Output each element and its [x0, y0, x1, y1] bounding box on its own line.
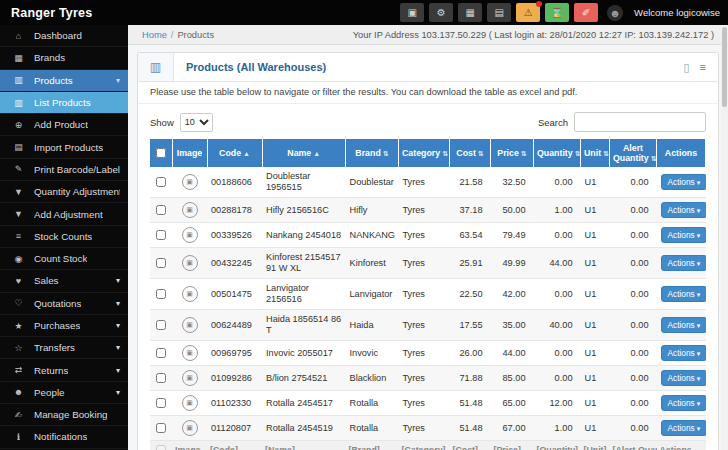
column-header-brand[interactable]: Brand⇅	[346, 139, 399, 167]
cell-unit: U1	[581, 279, 610, 310]
calculator-icon[interactable]: ▦	[458, 3, 482, 22]
search-input[interactable]	[574, 112, 706, 132]
product-image-placeholder-icon[interactable]: ▣	[182, 202, 198, 218]
row-checkbox[interactable]	[156, 258, 166, 268]
sidebar-item-returns[interactable]: ⇄Returns▾	[0, 359, 128, 381]
sidebar-item-label: Manage Booking	[34, 409, 108, 420]
actions-button[interactable]: Actions▾	[661, 202, 706, 218]
cell-quantity: 0.00	[534, 167, 581, 198]
sidebar-item-add-adjustment[interactable]: ▼Add Adjustment	[0, 203, 128, 225]
select-all-checkbox[interactable]	[156, 148, 166, 158]
cell-brand: Blacklion	[346, 366, 399, 391]
actions-button[interactable]: Actions▾	[661, 255, 706, 271]
row-checkbox[interactable]	[156, 373, 166, 383]
column-header-quantity[interactable]: Quantity⇅	[534, 139, 581, 167]
column-header-image[interactable]: Image	[172, 139, 207, 167]
sidebar-item-add-product[interactable]: ⊕Add Product	[0, 114, 128, 136]
row-checkbox[interactable]	[156, 398, 166, 408]
sidebar-item-import-products[interactable]: ▤Import Products	[0, 136, 128, 158]
welcome-text: Welcome logicowise	[634, 7, 720, 18]
scrollbar-thumb[interactable]	[722, 27, 727, 107]
actions-button[interactable]: Actions▾	[661, 227, 706, 243]
column-header-alert-quantity[interactable]: Alert Quantity⇅	[610, 139, 657, 167]
actions-button[interactable]: Actions▾	[661, 286, 706, 302]
product-image-placeholder-icon[interactable]: ▣	[182, 227, 198, 243]
product-image-placeholder-icon[interactable]: ▣	[182, 255, 198, 271]
sidebar-item-sales[interactable]: ♥Sales▾	[0, 270, 128, 292]
page-length-select[interactable]: 10	[180, 113, 213, 132]
notification-badge	[536, 1, 542, 7]
barcode-icon: ▥	[138, 53, 174, 81]
actions-button[interactable]: Actions▾	[661, 395, 706, 411]
product-image-placeholder-icon[interactable]: ▣	[182, 370, 198, 386]
sidebar-item-dashboard[interactable]: ⌂Dashboard	[0, 25, 128, 47]
sidebar-item-label: Notifications	[34, 431, 87, 442]
footer-cell-alert-quantity: [Alert Quantity]	[610, 441, 657, 450]
actions-button[interactable]: Actions▾	[661, 420, 706, 436]
product-image-placeholder-icon[interactable]: ▣	[182, 345, 198, 361]
eraser-icon[interactable]: ✐	[574, 3, 598, 22]
select-all-checkbox-header[interactable]	[150, 139, 172, 167]
sidebar-item-quotations[interactable]: ♡Quotations▾	[0, 293, 128, 315]
sidebar-item-transfers[interactable]: ☆Transfers▾	[0, 337, 128, 359]
cell-brand: Kinforest	[346, 248, 399, 279]
product-image-placeholder-icon[interactable]: ▣	[182, 420, 198, 436]
sidebar-item-print-barcode-label[interactable]: ✎Print Barcode/Label	[0, 159, 128, 181]
export-icon[interactable]: ▯	[684, 61, 690, 74]
sidebar-item-brands[interactable]: ▦Brands	[0, 47, 128, 69]
cell-price: 67.00	[491, 416, 534, 441]
column-header-unit[interactable]: Unit⇅	[581, 139, 610, 167]
settings-icon[interactable]: ⚙	[429, 3, 453, 22]
sidebar-item-purchases[interactable]: ★Purchases▾	[0, 315, 128, 337]
actions-button[interactable]: Actions▾	[661, 317, 706, 333]
actions-button[interactable]: Actions▾	[661, 370, 706, 386]
column-header-category[interactable]: Category⇅	[399, 139, 450, 167]
cell-cost: 22.50	[450, 279, 491, 310]
row-checkbox[interactable]	[156, 423, 166, 433]
column-header-name[interactable]: Name▲	[262, 139, 346, 167]
sidebar-item-stock-counts[interactable]: ≡Stock Counts	[0, 226, 128, 248]
actions-button[interactable]: Actions▾	[661, 174, 706, 190]
row-checkbox[interactable]	[156, 348, 166, 358]
cell-price: 79.49	[491, 223, 534, 248]
sidebar-item-list-products[interactable]: ▥List Products	[0, 92, 128, 114]
sidebar-item-label: Returns	[34, 365, 68, 376]
alerts-warning-icon[interactable]: ⚠	[516, 3, 540, 22]
column-header-label: Cost	[456, 148, 476, 158]
page-scrollbar[interactable]	[721, 25, 728, 450]
sidebar-item-manage-booking[interactable]: ✍Manage Booking	[0, 404, 128, 426]
row-checkbox[interactable]	[156, 205, 166, 215]
hourglass-icon[interactable]: ⌛	[545, 3, 569, 22]
cell-brand: Hifly	[346, 198, 399, 223]
row-checkbox[interactable]	[156, 230, 166, 240]
breadcrumb-home-link[interactable]: Home	[142, 30, 167, 40]
brands-icon: ▦	[12, 53, 25, 63]
cell-brand: Rotalla	[346, 416, 399, 441]
cell-alert-quantity: 0.00	[610, 416, 657, 441]
row-checkbox[interactable]	[156, 177, 166, 187]
column-header-cost[interactable]: Cost⇅	[450, 139, 491, 167]
product-image-placeholder-icon[interactable]: ▣	[182, 174, 198, 190]
actions-button[interactable]: Actions▾	[661, 345, 706, 361]
pos-icon[interactable]: ▣	[400, 3, 424, 22]
row-checkbox[interactable]	[156, 320, 166, 330]
row-checkbox[interactable]	[156, 289, 166, 299]
product-image-placeholder-icon[interactable]: ▣	[182, 395, 198, 411]
sidebar-item-label: Products	[34, 75, 73, 86]
product-image-placeholder-icon[interactable]: ▣	[182, 286, 198, 302]
product-image-placeholder-icon[interactable]: ▣	[182, 317, 198, 333]
column-header-label: Name	[287, 148, 311, 158]
table-row: ▣00432245Kinforest 2154517 91 W XLKinfor…	[150, 248, 706, 279]
cell-brand: Invovic	[346, 341, 399, 366]
column-header-price[interactable]: Price⇅	[491, 139, 534, 167]
column-header-actions[interactable]: Actions	[657, 139, 706, 167]
sidebar-item-quantity-adjustments[interactable]: ▼Quantity Adjustments	[0, 181, 128, 203]
list-view-icon[interactable]: ≡	[700, 61, 706, 74]
sidebar-item-notifications[interactable]: ℹNotifications	[0, 426, 128, 448]
calendar-icon[interactable]: ▤	[487, 3, 511, 22]
sidebar-item-products[interactable]: ▥Products▾	[0, 70, 128, 92]
sidebar-item-count-stock[interactable]: ◉Count Stock	[0, 248, 128, 270]
user-avatar[interactable]: ☻	[607, 5, 623, 21]
sidebar-item-people[interactable]: ☻People▾	[0, 382, 128, 404]
column-header-code[interactable]: Code▲	[207, 139, 262, 167]
